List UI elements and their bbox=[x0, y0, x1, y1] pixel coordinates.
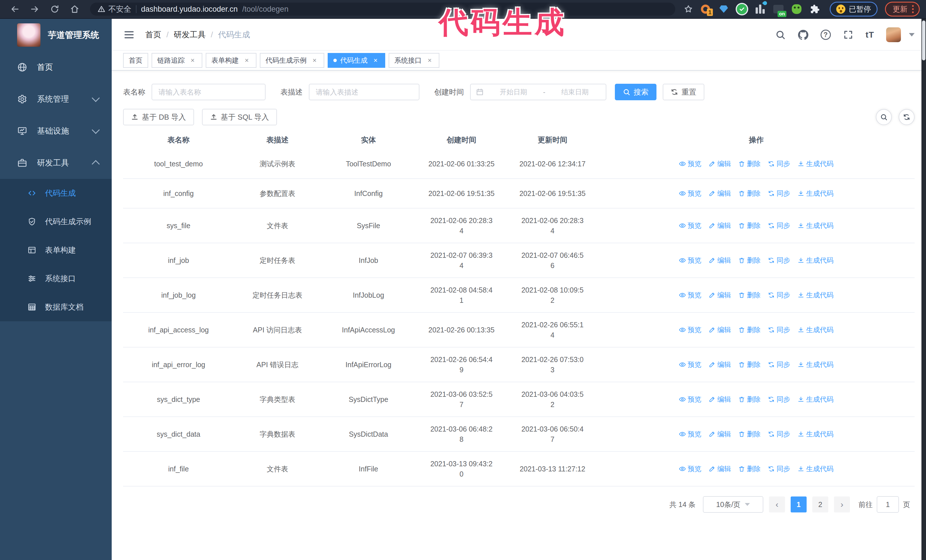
browser-back-icon[interactable] bbox=[6, 2, 23, 17]
close-icon[interactable]: × bbox=[426, 56, 434, 64]
extension-orange-icon[interactable]: 1 bbox=[700, 3, 711, 15]
reset-button[interactable]: 重置 bbox=[663, 84, 704, 100]
avatar[interactable] bbox=[886, 27, 901, 42]
not-secure-chip[interactable]: 不安全 bbox=[97, 4, 132, 14]
breadcrumb-dev-tools[interactable]: 研发工具 bbox=[174, 29, 206, 40]
tab-form-builder[interactable]: 表单构建 × bbox=[206, 53, 256, 68]
prev-page-button[interactable]: ‹ bbox=[769, 497, 785, 512]
preview-action-link[interactable]: 预览 bbox=[679, 188, 701, 199]
generate-code-action-link[interactable]: 生成代码 bbox=[797, 255, 834, 266]
edit-action-link[interactable]: 编辑 bbox=[709, 255, 731, 266]
sidebar-item-database-doc[interactable]: 数据库文档 bbox=[0, 293, 112, 321]
edit-action-link[interactable]: 编辑 bbox=[709, 290, 731, 300]
preview-action-link[interactable]: 预览 bbox=[679, 325, 701, 335]
edit-action-link[interactable]: 编辑 bbox=[709, 464, 731, 474]
help-icon[interactable]: ? bbox=[820, 30, 831, 40]
edit-action-link[interactable]: 编辑 bbox=[709, 325, 731, 335]
sync-action-link[interactable]: 同步 bbox=[768, 359, 790, 370]
close-icon[interactable]: × bbox=[243, 56, 251, 64]
sync-action-link[interactable]: 同步 bbox=[768, 188, 790, 199]
create-time-range-picker[interactable]: 开始日期 - 结束日期 bbox=[470, 84, 606, 100]
sync-action-link[interactable]: 同步 bbox=[768, 325, 790, 335]
address-bar[interactable]: 不安全 dashboard.yudao.iocoder.cn/tool/code… bbox=[90, 3, 675, 16]
edit-action-link[interactable]: 编辑 bbox=[709, 429, 731, 439]
edit-action-link[interactable]: 编辑 bbox=[709, 394, 731, 405]
browser-home-icon[interactable] bbox=[66, 2, 83, 17]
extension-columns-icon[interactable] bbox=[755, 3, 766, 15]
preview-action-link[interactable]: 预览 bbox=[679, 158, 701, 169]
delete-action-link[interactable]: 删除 bbox=[738, 158, 761, 169]
bookmark-star-icon[interactable] bbox=[682, 2, 694, 17]
preview-action-link[interactable]: 预览 bbox=[679, 290, 701, 300]
generate-code-action-link[interactable]: 生成代码 bbox=[797, 429, 834, 439]
table-desc-input[interactable] bbox=[309, 84, 419, 100]
search-icon[interactable] bbox=[775, 29, 786, 40]
delete-action-link[interactable]: 删除 bbox=[738, 464, 761, 474]
delete-action-link[interactable]: 删除 bbox=[738, 394, 761, 405]
sync-action-link[interactable]: 同步 bbox=[768, 290, 790, 300]
page-scrollbar[interactable] bbox=[921, 19, 926, 560]
delete-action-link[interactable]: 删除 bbox=[738, 359, 761, 370]
preview-action-link[interactable]: 预览 bbox=[679, 255, 701, 266]
preview-action-link[interactable]: 预览 bbox=[679, 429, 701, 439]
generate-code-action-link[interactable]: 生成代码 bbox=[797, 188, 834, 199]
sync-action-link[interactable]: 同步 bbox=[768, 429, 790, 439]
close-icon[interactable]: × bbox=[372, 56, 380, 64]
generate-code-action-link[interactable]: 生成代码 bbox=[797, 359, 834, 370]
delete-action-link[interactable]: 删除 bbox=[738, 429, 761, 439]
browser-menu-kebab-icon[interactable] bbox=[912, 5, 914, 13]
sidebar-item-dev-tools[interactable]: 研发工具 bbox=[0, 147, 112, 179]
extensions-puzzle-icon[interactable] bbox=[809, 3, 820, 15]
goto-page-input[interactable] bbox=[877, 496, 899, 513]
preview-action-link[interactable]: 预览 bbox=[679, 359, 701, 370]
tab-code-generation[interactable]: 代码生成 × bbox=[328, 53, 385, 68]
generate-code-action-link[interactable]: 生成代码 bbox=[797, 325, 834, 335]
breadcrumb-home[interactable]: 首页 bbox=[145, 29, 161, 40]
font-size-icon[interactable]: tT bbox=[865, 30, 874, 39]
sidebar-item-system-api[interactable]: 系统接口 bbox=[0, 264, 112, 293]
edit-action-link[interactable]: 编辑 bbox=[709, 158, 731, 169]
table-name-input[interactable] bbox=[151, 84, 266, 100]
sidebar-item-system[interactable]: 系统管理 bbox=[0, 83, 112, 115]
extension-gem-icon[interactable] bbox=[718, 3, 729, 15]
sidebar-item-infrastructure[interactable]: 基础设施 bbox=[0, 115, 112, 147]
close-icon[interactable]: × bbox=[189, 56, 197, 64]
edit-action-link[interactable]: 编辑 bbox=[709, 359, 731, 370]
generate-code-action-link[interactable]: 生成代码 bbox=[797, 394, 834, 405]
caret-down-icon[interactable] bbox=[909, 33, 915, 36]
sidebar-item-code-gen-example[interactable]: 代码生成示例 bbox=[0, 207, 112, 236]
delete-action-link[interactable]: 删除 bbox=[738, 220, 761, 231]
edit-action-link[interactable]: 编辑 bbox=[709, 220, 731, 231]
tab-system-api[interactable]: 系统接口 × bbox=[389, 53, 439, 68]
close-icon[interactable]: × bbox=[310, 56, 319, 64]
sidebar-item-home[interactable]: 首页 bbox=[0, 51, 112, 83]
import-sql-button[interactable]: 基于 SQL 导入 bbox=[202, 109, 277, 125]
preview-action-link[interactable]: 预览 bbox=[679, 220, 701, 231]
extension-on-icon[interactable]: on bbox=[773, 3, 784, 15]
sidebar-item-code-generation[interactable]: 代码生成 bbox=[0, 179, 112, 207]
delete-action-link[interactable]: 删除 bbox=[738, 290, 761, 300]
delete-action-link[interactable]: 删除 bbox=[738, 255, 761, 266]
edit-action-link[interactable]: 编辑 bbox=[709, 188, 731, 199]
toggle-search-button[interactable] bbox=[876, 109, 892, 125]
delete-action-link[interactable]: 删除 bbox=[738, 188, 761, 199]
generate-code-action-link[interactable]: 生成代码 bbox=[797, 464, 834, 474]
tab-home[interactable]: 首页 bbox=[123, 53, 148, 68]
preview-action-link[interactable]: 预览 bbox=[679, 464, 701, 474]
github-icon[interactable] bbox=[798, 29, 809, 40]
sidebar-item-form-builder[interactable]: 表单构建 bbox=[0, 236, 112, 264]
sync-action-link[interactable]: 同步 bbox=[768, 394, 790, 405]
import-db-button[interactable]: 基于 DB 导入 bbox=[123, 109, 194, 125]
delete-action-link[interactable]: 删除 bbox=[738, 325, 761, 335]
sync-action-link[interactable]: 同步 bbox=[768, 464, 790, 474]
tab-tracing[interactable]: 链路追踪 × bbox=[151, 53, 202, 68]
generate-code-action-link[interactable]: 生成代码 bbox=[797, 220, 834, 231]
extension-check-icon[interactable] bbox=[736, 3, 747, 15]
next-page-button[interactable]: › bbox=[834, 497, 850, 512]
browser-forward-icon[interactable] bbox=[26, 2, 43, 17]
page-button-2[interactable]: 2 bbox=[812, 497, 828, 512]
refresh-table-button[interactable] bbox=[899, 109, 915, 125]
page-size-select[interactable]: 10条/页 bbox=[703, 496, 763, 513]
sidebar-collapse-icon[interactable] bbox=[123, 29, 135, 41]
generate-code-action-link[interactable]: 生成代码 bbox=[797, 290, 834, 300]
